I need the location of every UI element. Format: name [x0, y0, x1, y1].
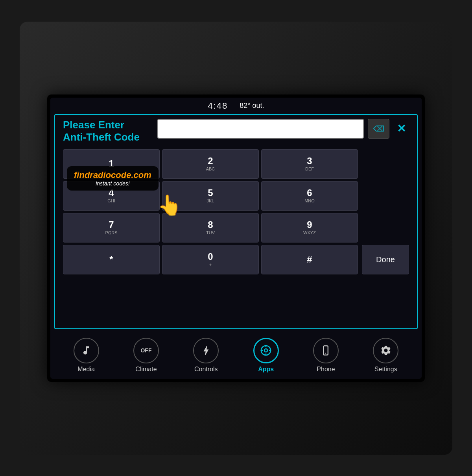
nav-item-climate[interactable]: OFFClimate [124, 338, 168, 373]
hand-cursor-icon: 👆 [157, 194, 182, 217]
dialog-title: Please Enter Anti-Theft Code [63, 119, 149, 143]
nav-label-settings: Settings [374, 366, 397, 373]
svg-point-0 [264, 349, 267, 352]
key-button-2[interactable]: 2ABC [162, 149, 259, 179]
nav-icon-apps [253, 338, 279, 363]
svg-point-6 [325, 353, 326, 354]
status-bar: 4:48 82° out. [50, 98, 422, 114]
svg-rect-1 [266, 345, 267, 347]
bottom-nav: MediaOFFClimateControlsAppsPhoneSettings [50, 333, 422, 379]
done-area: Done [362, 149, 409, 274]
dialog-header: Please Enter Anti-Theft Code ⌫ ✕ [63, 119, 409, 143]
watermark: findradiocode.com instant codes! [67, 166, 159, 191]
svg-rect-5 [324, 346, 328, 355]
key-button-3[interactable]: 3DEF [261, 149, 358, 179]
nav-item-phone[interactable]: Phone [304, 338, 347, 373]
key-button-8[interactable]: 8TUV [162, 213, 259, 243]
done-button[interactable]: Done [362, 245, 409, 274]
svg-rect-4 [269, 350, 271, 351]
nav-item-controls[interactable]: Controls [184, 338, 228, 373]
watermark-url: findradiocode.com [74, 170, 151, 180]
svg-rect-3 [261, 350, 263, 351]
key-button-*[interactable]: * [63, 245, 160, 274]
nav-icon-phone [313, 338, 339, 363]
nav-icon-media [74, 338, 99, 363]
key-button-9[interactable]: 9WXYZ [261, 213, 358, 243]
nav-item-settings[interactable]: Settings [364, 338, 407, 373]
nav-label-climate: Climate [135, 366, 157, 373]
nav-label-media: Media [77, 366, 95, 373]
key-button-6[interactable]: 6MNO [261, 181, 358, 211]
nav-label-phone: Phone [317, 366, 335, 373]
key-button-#[interactable]: # [261, 245, 358, 274]
nav-item-apps[interactable]: Apps [244, 338, 288, 373]
nav-icon-controls [193, 338, 219, 363]
nav-label-controls: Controls [194, 366, 218, 373]
car-frame: 4:48 82° out. findradiocode.com instant … [20, 22, 452, 455]
code-input-field[interactable] [157, 119, 364, 139]
input-area: ⌫ ✕ [157, 119, 409, 139]
key-button-0[interactable]: 0+ [162, 245, 259, 274]
status-time: 4:48 [208, 101, 228, 111]
key-button-7[interactable]: 7PQRS [63, 213, 160, 243]
nav-icon-climate: OFF [133, 338, 159, 363]
screen: 4:48 82° out. findradiocode.com instant … [50, 98, 422, 379]
nav-label-apps: Apps [258, 366, 274, 373]
backspace-button[interactable]: ⌫ [368, 119, 389, 139]
watermark-sub: instant codes! [74, 180, 151, 187]
close-button[interactable]: ✕ [393, 121, 409, 137]
main-content: findradiocode.com instant codes! 👆 Pleas… [54, 114, 418, 329]
nav-icon-settings [373, 338, 398, 363]
screen-bezel: 4:48 82° out. findradiocode.com instant … [47, 94, 425, 382]
status-temp: 82° out. [240, 102, 264, 110]
svg-rect-2 [266, 354, 267, 356]
nav-item-media[interactable]: Media [65, 338, 108, 373]
